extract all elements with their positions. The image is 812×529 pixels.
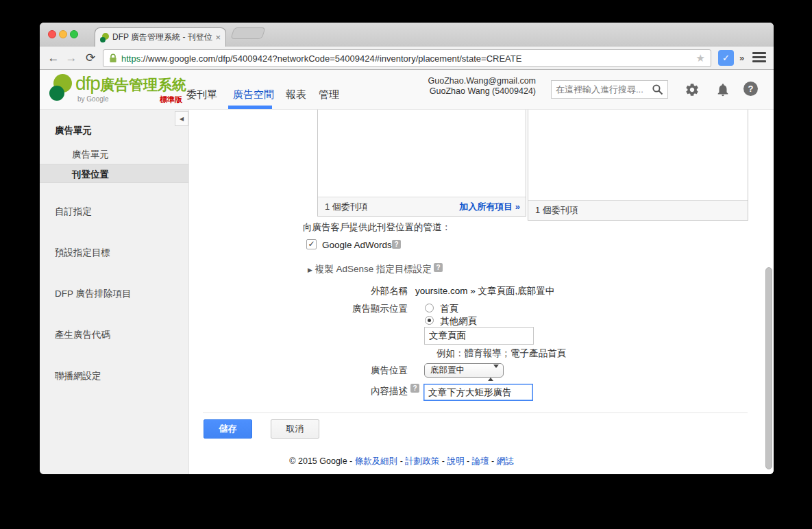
forward-button[interactable]: → [63,51,79,66]
dfp-favicon-icon [100,33,110,42]
footer-link-terms[interactable]: 條款及細則 [355,456,398,466]
dfp-logo-icon [49,74,74,104]
url-text: https://www.google.com/dfp/54009424?netw… [121,53,696,64]
save-button[interactable]: 儲存 [204,419,252,439]
add-all-items-link[interactable]: 加入所有項目 » [459,201,520,213]
notifications-bell-icon[interactable] [715,82,730,97]
global-search-box [551,80,668,99]
footer-link-blog[interactable]: 網誌 [497,456,514,466]
logo-by-google: by Google [77,95,109,103]
vertical-scrollbar[interactable] [765,267,772,469]
adwords-help-icon[interactable]: ? [392,240,401,249]
sidebar-item-network-settings[interactable]: 聯播網設定 [55,370,101,382]
sidebar-item-generate-tags[interactable]: 產生廣告代碼 [55,329,110,341]
selected-items-count: 1 個委刊項 [535,204,742,217]
browser-window: DFP 廣告管理系統 - 刊登位置 × ← → ⟳ https://www.go… [40,23,774,474]
ad-position-label: 廣告位置 [271,365,408,377]
extension-button[interactable]: ✓ [718,50,734,66]
minimize-window-button[interactable] [59,30,67,38]
settings-gear-icon[interactable] [685,82,700,97]
ad-position-select[interactable]: 底部置中 [424,363,504,378]
toolbar-overflow-icon[interactable]: » [739,53,744,63]
form-divider [203,413,748,413]
description-help-icon[interactable]: ? [410,384,419,393]
copyright-text: © 2015 Google [289,456,347,466]
search-icon[interactable] [652,84,663,95]
adwords-label: Google AdWords [322,240,392,250]
main-content: 1 個委刊項 加入所有項目 » 1 個委刊項 向廣告客戶提供此刊登位置的管道： … [189,110,774,474]
description-label: 內容描述 [271,385,408,397]
nav-inventory[interactable]: 廣告空間 [233,88,274,101]
chrome-menu-button[interactable] [752,52,766,64]
cancel-button[interactable]: 取消 [271,419,319,439]
external-name-value: yoursite.com » 文章頁面,底部置中 [415,285,554,297]
radio-home-page[interactable] [425,304,434,312]
description-input[interactable] [423,384,533,401]
browser-tab-bar: DFP 廣告管理系統 - 刊登位置 × [40,23,774,47]
address-bar[interactable]: https://www.google.com/dfp/54009424?netw… [103,49,711,67]
sidebar-item-ad-exclusions[interactable]: DFP 廣告排除項目 [55,288,132,300]
page-name-hint: 例如：體育報導；電子產品首頁 [436,347,566,360]
sidebar-item-custom-targeting[interactable]: 自訂指定 [55,206,92,218]
reload-button[interactable]: ⟳ [82,51,99,66]
available-items-panel-footer: 1 個委刊項 加入所有項目 » [318,197,526,216]
user-account: GuoZhao Wang (54009424) [428,86,536,97]
close-window-button[interactable] [48,30,56,38]
footer-link-policies[interactable]: 計劃政策 [405,456,439,466]
back-button[interactable]: ← [45,51,62,66]
nav-reports[interactable]: 報表 [286,88,306,101]
browser-tab[interactable]: DFP 廣告管理系統 - 刊登位置 × [95,27,226,47]
sidebar-section-ad-units[interactable]: 廣告單元 [55,125,92,137]
adwords-checkbox[interactable]: ✓ [306,239,317,249]
sidebar-item-placements[interactable]: 刊登位置 [40,164,188,183]
nav-admin[interactable]: 管理 [319,88,339,101]
sidebar-item-default-targeting[interactable]: 預設指定目標 [55,247,110,259]
adsense-help-icon[interactable]: ? [434,263,443,272]
search-input[interactable] [556,84,652,95]
app-body: ◀ 廣告單元 廣告單元 刊登位置 自訂指定 預設指定目標 DFP 廣告排除項目 … [40,110,774,474]
https-lock-icon [109,53,117,63]
available-items-count: 1 個委刊項 [325,201,459,213]
radio-home-label: 首頁 [440,303,458,315]
user-info: GuoZhao.Wang@gmail.com GuoZhao Wang (540… [428,76,536,97]
active-nav-underline [228,106,272,109]
tab-title: DFP 廣告管理系統 - 刊登位置 [112,32,212,43]
page-name-input[interactable] [424,327,534,345]
external-name-label: 外部名稱 [271,285,408,297]
user-email: GuoZhao.Wang@gmail.com [428,76,536,86]
zoom-window-button[interactable] [70,30,78,38]
new-tab-button[interactable] [230,27,266,39]
radio-other-pages[interactable] [425,316,434,325]
collapse-sidebar-button[interactable]: ◀ [175,111,188,126]
available-items-panel: 1 個委刊項 加入所有項目 » [317,110,526,217]
browser-toolbar: ← → ⟳ https://www.google.com/dfp/5400942… [40,47,774,70]
close-tab-icon[interactable]: × [215,34,221,42]
bookmark-star-icon[interactable]: ★ [696,52,705,64]
select-arrows-icon [488,367,499,380]
app-logo: dfp廣告管理系統 [75,73,186,95]
nav-orders[interactable]: 委刊單 [186,88,217,101]
app-header: dfp廣告管理系統 by Google 標準版 委刊單 廣告空間 報表 管理 G… [40,70,774,110]
sidebar-item-ad-units[interactable]: 廣告單元 [72,149,109,161]
help-icon[interactable]: ? [743,82,758,96]
footer-link-help[interactable]: 說明 [447,456,464,466]
sidebar: ◀ 廣告單元 廣告單元 刊登位置 自訂指定 預設指定目標 DFP 廣告排除項目 … [40,110,189,474]
display-location-label: 廣告顯示位置 [271,303,408,315]
adsense-toggle[interactable]: ▶ 複製 AdSense 指定目標設定 [308,263,432,275]
disclosure-arrow-icon: ▶ [308,267,312,273]
selected-items-panel: 1 個委刊項 [528,110,748,221]
page-footer: © 2015 Google - 條款及細則 - 計劃政策 - 說明 - 論壇 -… [189,456,614,467]
footer-link-forum[interactable]: 論壇 [472,456,489,466]
radio-other-label: 其他網頁 [440,315,477,328]
edition-badge: 標準版 [160,95,182,105]
channels-heading: 向廣告客戶提供此刊登位置的管道： [303,221,451,234]
selected-items-panel-footer: 1 個委刊項 [528,200,748,220]
